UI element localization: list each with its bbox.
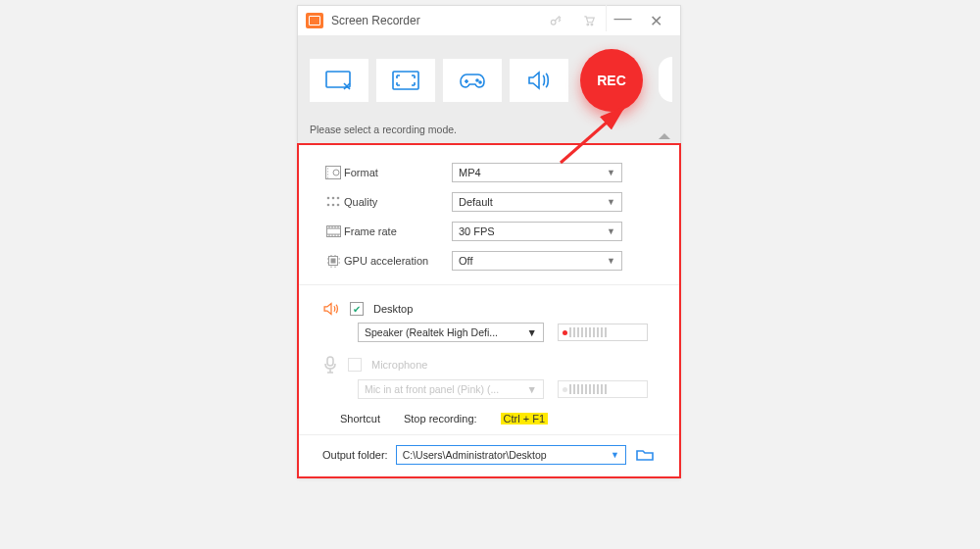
gear-film-icon <box>322 166 344 179</box>
select-quality[interactable]: Default ▼ <box>452 192 622 212</box>
label-fps: Frame rate <box>344 225 452 237</box>
mode-audio[interactable] <box>510 59 568 102</box>
svg-rect-19 <box>327 357 333 366</box>
mic-label: Microphone <box>371 359 427 371</box>
svg-point-2 <box>591 24 593 25</box>
desktop-audio-row: Speaker (Realtek High Defi... ▼ <box>358 323 656 342</box>
mode-bar: REC Please select a recording mode. <box>298 35 680 143</box>
svg-point-10 <box>327 197 330 200</box>
divider <box>299 284 679 285</box>
svg-rect-4 <box>393 72 418 89</box>
shortcut-row: Shortcut Stop recording: Ctrl + F1 <box>340 413 656 424</box>
app-title: Screen Recorder <box>331 14 420 27</box>
svg-rect-18 <box>331 259 335 263</box>
select-desktop-device[interactable]: Speaker (Realtek High Defi... ▼ <box>358 323 544 342</box>
key-icon[interactable] <box>539 7 572 34</box>
mic-audio-row: Mic in at front panel (Pink) (... ▼ <box>358 379 656 399</box>
mode-game[interactable] <box>443 59 502 102</box>
mic-checkbox[interactable] <box>348 358 362 372</box>
mic-icon <box>322 356 338 374</box>
chip-icon <box>322 254 344 268</box>
browse-folder-button[interactable] <box>634 446 656 464</box>
speaker-icon <box>322 301 340 317</box>
svg-point-12 <box>337 197 340 200</box>
expand-triangle-icon[interactable] <box>659 133 670 139</box>
select-gpu[interactable]: Off ▼ <box>452 251 622 271</box>
desktop-checkbox[interactable]: ✔ <box>350 302 364 316</box>
chevron-down-icon: ▼ <box>527 326 537 338</box>
select-output-folder[interactable]: C:\Users\Administrator\Desktop ▼ <box>396 445 626 465</box>
desktop-label: Desktop <box>373 303 413 315</box>
shortcut-action: Stop recording: <box>404 413 477 424</box>
row-fps: Frame rate 30 FPS ▼ <box>322 222 656 241</box>
svg-point-11 <box>332 197 335 200</box>
output-row: Output folder: C:\Users\Administrator\De… <box>322 445 656 465</box>
film-icon <box>322 225 344 237</box>
shortcut-label: Shortcut <box>340 413 380 424</box>
app-icon <box>306 13 323 28</box>
titlebar: Screen Recorder — ✕ <box>298 6 680 35</box>
select-format[interactable]: MP4 ▼ <box>452 163 622 182</box>
mode-region[interactable] <box>310 59 368 102</box>
chevron-down-icon: ▼ <box>611 450 619 460</box>
svg-point-13 <box>327 204 330 207</box>
chevron-down-icon: ▼ <box>607 168 615 177</box>
record-button[interactable]: REC <box>580 49 643 112</box>
mic-level-meter <box>558 380 648 398</box>
select-fps[interactable]: 30 FPS ▼ <box>452 222 622 241</box>
mic-audio-header: Microphone <box>322 356 656 374</box>
chevron-down-icon: ▼ <box>527 383 537 395</box>
chevron-down-icon: ▼ <box>607 256 615 266</box>
label-gpu: GPU acceleration <box>344 255 452 267</box>
record-label: REC <box>597 73 626 88</box>
minimize-button[interactable]: — <box>606 4 639 31</box>
desktop-level-meter <box>558 324 648 341</box>
row-gpu: GPU acceleration Off ▼ <box>322 251 656 271</box>
desktop-audio-header: ✔ Desktop <box>322 301 656 317</box>
rec-overflow-decor <box>659 57 672 102</box>
svg-point-5 <box>476 79 478 81</box>
svg-point-0 <box>551 20 556 25</box>
svg-point-1 <box>587 24 589 25</box>
settings-panel: Format MP4 ▼ Quality Default ▼ Frame rat… <box>297 143 681 478</box>
shortcut-keys: Ctrl + F1 <box>501 413 548 424</box>
label-quality: Quality <box>344 196 452 208</box>
quality-icon <box>322 196 344 208</box>
svg-point-9 <box>333 170 339 175</box>
row-quality: Quality Default ▼ <box>322 192 656 212</box>
recorder-window: Screen Recorder — ✕ REC <box>297 5 681 478</box>
label-format: Format <box>344 167 452 178</box>
chevron-down-icon: ▼ <box>607 197 615 207</box>
row-format: Format MP4 ▼ <box>322 163 656 182</box>
output-label: Output folder: <box>322 449 388 461</box>
divider <box>299 434 679 435</box>
mode-fullscreen[interactable] <box>376 59 435 102</box>
close-button[interactable]: ✕ <box>639 7 672 34</box>
svg-point-14 <box>332 204 335 207</box>
cart-icon[interactable] <box>572 7 606 34</box>
select-mic-device[interactable]: Mic in at front panel (Pink) (... ▼ <box>358 379 544 399</box>
chevron-down-icon: ▼ <box>607 226 615 236</box>
svg-point-15 <box>337 204 340 207</box>
svg-point-6 <box>479 81 481 83</box>
mode-hint: Please select a recording mode. <box>310 124 668 135</box>
